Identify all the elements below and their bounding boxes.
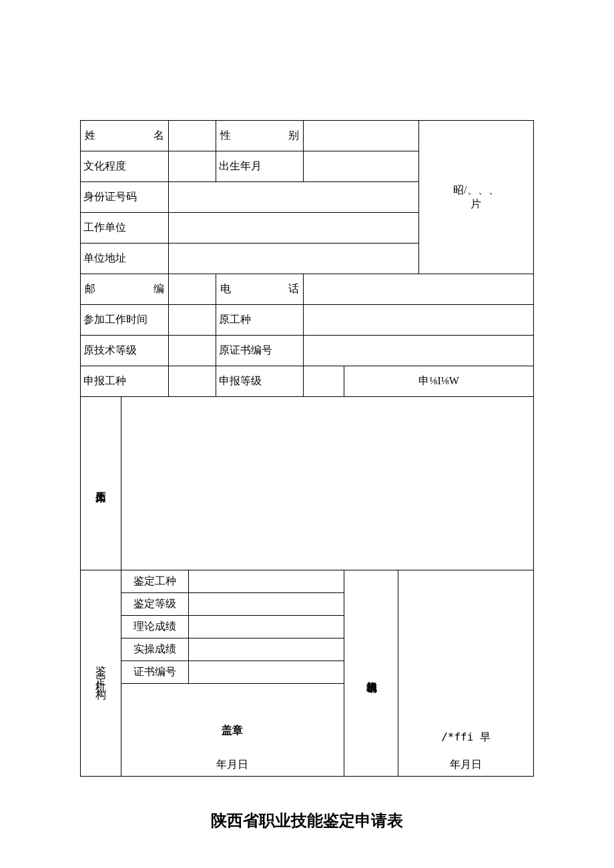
field-phone[interactable] (304, 274, 534, 305)
field-startwork[interactable] (168, 305, 216, 336)
label-gender: 性 别 (216, 121, 304, 151)
label-scorepractice: 实操成绩 (121, 638, 188, 661)
photo-label-1: 昭/、、、 (422, 183, 531, 197)
label-name: 姓 名 (81, 121, 169, 151)
field-scoretheory[interactable] (189, 616, 344, 638)
field-origcertno[interactable] (304, 336, 534, 366)
seal-text: 盖章 (124, 724, 341, 738)
date-text: 年月日 (124, 758, 341, 772)
field-unitaddress[interactable] (168, 244, 418, 274)
field-certno[interactable] (189, 661, 344, 684)
field-education[interactable] (168, 151, 216, 182)
label-startwork: 参加工作时间 (81, 305, 169, 336)
label-unitaddress: 单位地址 (81, 244, 169, 274)
label-applycategory: 申⅛I⅛W (344, 366, 534, 397)
label-origjob: 原工种 (216, 305, 304, 336)
label-workunit: 工作单位 (81, 213, 169, 244)
field-gender[interactable] (304, 121, 418, 151)
label-unit-or-training: 单位或培训机构 (344, 570, 398, 777)
label-birth: 出生年月 (216, 151, 304, 182)
field-applyjob[interactable] (168, 366, 216, 397)
field-postcode[interactable] (168, 274, 216, 305)
field-origlevel[interactable] (168, 336, 216, 366)
photo-label-2: 片 (422, 197, 531, 211)
label-resume: 个人工作简历 (81, 397, 121, 570)
form-table: 姓 名 性 别 昭/、、、 片 文化程度 出生年月 身份证号码 工作单位 单位地… (80, 120, 534, 777)
date2-text: 年月日 (401, 758, 531, 772)
label-education: 文化程度 (81, 151, 169, 182)
label-certno: 证书编号 (121, 661, 188, 684)
field-jdjob[interactable] (189, 570, 344, 593)
field-applylevel[interactable] (304, 366, 344, 397)
label-applyjob: 申报工种 (81, 366, 169, 397)
page-title: 陕西省职业技能鉴定申请表 (80, 810, 534, 831)
label-postcode: 邮 编 (81, 274, 169, 305)
field-scorepractice[interactable] (189, 638, 344, 661)
label-applylevel: 申报等级 (216, 366, 304, 397)
field-idnumber[interactable] (168, 182, 418, 213)
field-birth[interactable] (304, 151, 418, 182)
field-workunit[interactable] (168, 213, 418, 244)
label-scoretheory: 理论成绩 (121, 616, 188, 638)
label-jdjob: 鉴定工种 (121, 570, 188, 593)
label-org: 鉴定机构 (81, 570, 121, 777)
field-name[interactable] (168, 121, 216, 151)
label-idnumber: 身份证号码 (81, 182, 169, 213)
label-origlevel: 原技术等级 (81, 336, 169, 366)
label-origcertno: 原证书编号 (216, 336, 304, 366)
field-origjob[interactable] (304, 305, 534, 336)
field-jdlevel[interactable] (189, 593, 344, 616)
label-jdlevel: 鉴定等级 (121, 593, 188, 616)
org-seal-area: 盖章 年月日 (121, 684, 344, 777)
photo-area: 昭/、、、 片 (418, 121, 533, 274)
label-phone: 电 话 (216, 274, 304, 305)
seal2-text: /*ffi 早 (401, 731, 531, 745)
unit-seal-area: /*ffi 早 年月日 (398, 570, 534, 777)
field-resume[interactable] (121, 397, 533, 570)
